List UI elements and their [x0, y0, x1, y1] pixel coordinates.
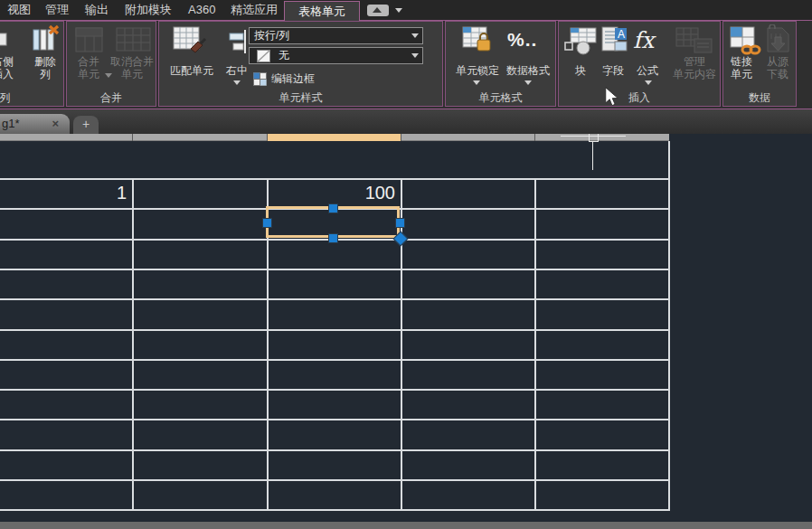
cell-style-combo-value: 按行/列 [250, 29, 289, 42]
table-gridline [0, 389, 670, 391]
cell-style-combo[interactable]: 按行/列 [249, 27, 423, 44]
panel-label-columns[interactable]: 列 [0, 91, 63, 105]
delete-column-icon [30, 24, 61, 53]
column-tick [401, 134, 401, 141]
panel-cell-styles: 匹配单元 右中 按行/列 无 编辑 [158, 21, 443, 107]
menu-manage[interactable]: 管理 [45, 0, 69, 20]
panel-data: 链接 单元 从源 下载 数据 [722, 21, 797, 107]
table-gridline [0, 329, 670, 331]
field-icon: A [600, 25, 629, 56]
merge-cells-icon [74, 26, 105, 53]
bottom-scrollbar-strip[interactable] [0, 522, 812, 529]
menu-a360[interactable]: A360 [188, 0, 215, 20]
table-gridline [0, 509, 670, 511]
crosshair-pickbox [589, 134, 599, 142]
panel-label-data[interactable]: 数据 [723, 91, 796, 105]
formula-caret-icon [645, 80, 652, 85]
table-style-combo-caret-icon [411, 53, 419, 58]
panel-label-cell-styles[interactable]: 单元样式 [159, 91, 442, 105]
table-gridline [132, 178, 134, 510]
table-style-combo[interactable]: 无 [249, 47, 423, 64]
block-icon [563, 26, 598, 55]
ribbon: 右侧 插入 删除 列 列 合并 单元 [0, 20, 812, 109]
plus-icon: + [82, 117, 90, 131]
file-tab-drawing1[interactable]: g1* × [0, 114, 70, 134]
ribbon-minimize-caret-icon[interactable] [395, 8, 402, 13]
grip-left[interactable] [262, 218, 272, 228]
table-gridline [534, 178, 536, 510]
table-gridline [0, 298, 670, 300]
grip-bottom[interactable] [328, 233, 338, 243]
new-tab-button[interactable]: + [73, 116, 99, 134]
panel-merge: 合并 单元 取消合并 单元 合并 [66, 21, 156, 107]
menu-bar: 视图 管理 输出 附加模块 A360 精选应用 表格单元 [0, 0, 812, 20]
edit-borders-icon [253, 72, 267, 86]
link-cell-icon [729, 25, 761, 56]
unmerge-cells-icon [116, 27, 152, 52]
tab-table-cell[interactable]: 表格单元 [284, 1, 360, 21]
svg-text:A: A [618, 28, 625, 41]
formula-fx-icon: fx [633, 27, 654, 53]
cell-lock-caret-icon [473, 80, 480, 85]
panel-label-merge[interactable]: 合并 [67, 91, 156, 105]
table-gridline [0, 269, 670, 270]
grip-top[interactable] [328, 203, 338, 213]
panel-cell-format: 单元锁定 %.. 数据格式 单元格式 [445, 21, 556, 107]
menu-view[interactable]: 视图 [7, 0, 31, 20]
ribbon-minimize-button[interactable] [367, 5, 389, 16]
menu-addins[interactable]: 附加模块 [125, 0, 172, 20]
table-gridline [0, 479, 670, 481]
cell-style-combo-caret-icon [411, 33, 419, 38]
crosshair-vertical [592, 141, 593, 170]
table-cell-value[interactable]: 100 [269, 183, 395, 203]
file-tab-bar: g1* × + [0, 108, 812, 134]
table-cell-value[interactable]: 1 [0, 183, 127, 203]
panel-columns: 右侧 插入 删除 列 列 [0, 21, 64, 107]
table-gridline [0, 449, 670, 451]
table-gridline [668, 141, 670, 510]
drawing-canvas[interactable]: 1 100 [0, 134, 812, 529]
download-from-source-icon [764, 24, 793, 55]
column-tick [534, 134, 535, 141]
manage-cell-content-icon [675, 26, 714, 55]
panel-label-insert[interactable]: 插入 [559, 91, 720, 105]
cell-lock-icon [461, 25, 494, 56]
column-tick [132, 134, 133, 141]
data-format-caret-icon [524, 80, 532, 85]
insert-right-icon [0, 25, 17, 52]
column-tick [267, 134, 268, 141]
table-gridline [0, 359, 670, 361]
up-arrow-icon [373, 7, 382, 13]
panel-insert: 块 A 字段 fx 公式 [558, 21, 721, 107]
mouse-cursor [604, 87, 619, 108]
menu-featured[interactable]: 精选应用 [231, 0, 278, 20]
no-fill-swatch-icon [257, 50, 270, 62]
menu-output[interactable]: 输出 [85, 0, 109, 20]
autocad-window: { "menu": { "items": ["视图", "管理", "输出", … [0, 0, 812, 529]
table-gridline [0, 178, 670, 180]
align-caret-icon [233, 80, 241, 85]
data-format-icon: %.. [507, 29, 537, 51]
close-tab-icon[interactable]: × [52, 114, 59, 134]
match-cell-icon [171, 25, 207, 56]
align-right-middle-icon [228, 29, 248, 54]
selected-column-grip[interactable] [267, 134, 401, 141]
grip-right[interactable] [395, 218, 405, 228]
file-tab-label: g1* [2, 117, 20, 130]
panel-label-cell-format[interactable]: 单元格式 [446, 91, 555, 105]
table-gridline [0, 419, 670, 420]
